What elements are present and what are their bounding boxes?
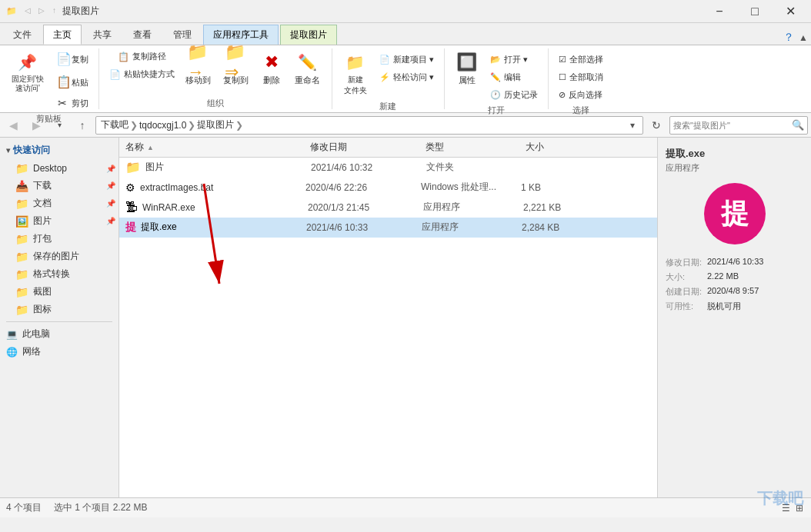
folder-icon: 📁 (15, 251, 28, 263)
file-size: 2,221 KB (523, 202, 585, 213)
file-row-extract[interactable]: 提 提取.exe 2021/4/6 10:33 应用程序 2,284 KB (119, 218, 657, 238)
select-all-button[interactable]: ☑ 全部选择 (555, 52, 607, 68)
address-path[interactable]: 下载吧 ❯ tqdocxgj1.0 ❯ 提取图片 ❯ ▾ (95, 116, 643, 135)
paste-icon: 📋 (56, 74, 72, 89)
open-button[interactable]: 📂 打开 ▾ (486, 52, 542, 68)
move-to-button[interactable]: 📁→ 移动到 (180, 48, 216, 89)
organize-label: 组织 (105, 96, 325, 109)
sidebar-item-label: 打包 (33, 232, 52, 245)
quick-access-header[interactable]: ▾ 快速访问 (0, 141, 118, 160)
download-icon: 📥 (15, 180, 28, 192)
pin-icon: 📌 (106, 181, 115, 190)
watermark: 下载吧 (757, 488, 803, 509)
file-row-winrar[interactable]: 🗜 WinRAR.exe 2020/1/3 21:45 应用程序 2,221 K… (119, 198, 657, 218)
edit-icon: ✏️ (490, 72, 501, 82)
file-row-bat[interactable]: ⚙ extractImages.bat 2020/4/6 22:26 Windo… (119, 178, 657, 198)
status-bar: 4 个项目 选中 1 个项目 2.22 MB ☰ ⊞ (0, 497, 811, 517)
tab-share[interactable]: 共享 (83, 25, 122, 45)
col-header-name[interactable]: 名称 ▲ (125, 141, 310, 154)
tab-home[interactable]: 主页 (43, 25, 82, 45)
copy-button[interactable]: 📄 复制 (52, 48, 92, 70)
path-item-3[interactable]: 提取图片 (197, 118, 234, 131)
folder-icon: 📁 (15, 304, 28, 316)
window-title: 提取图片 (62, 5, 99, 18)
copy-path-button[interactable]: 📋 复制路径 (114, 48, 170, 65)
col-header-type[interactable]: 类型 (426, 141, 526, 154)
path-item-1[interactable]: 下载吧 (101, 118, 128, 131)
new-item-button[interactable]: 📄 新建项目 ▾ (375, 52, 438, 68)
ribbon-group-organize: 📋 复制路径 📄 粘贴快捷方式 📁→ 移动到 📁⇒ 复制到 (99, 48, 332, 109)
history-icon: 🕐 (490, 90, 501, 100)
file-size: 2,284 KB (522, 222, 583, 233)
address-bar: ◀ ▶ ▾ ↑ 下载吧 ❯ tqdocxgj1.0 ❯ 提取图片 ❯ ▾ ↻ 🔍 (0, 113, 811, 138)
tab-view[interactable]: 查看 (123, 25, 162, 45)
pin-icon: 📌 (106, 217, 115, 225)
sidebar-item-documents[interactable]: 📁 文档 📌 (0, 195, 118, 212)
window-controls: − □ ✕ (702, 0, 808, 23)
minimize-button[interactable]: − (702, 0, 737, 23)
sidebar-item-label: Desktop (33, 163, 67, 174)
ribbon: 文件 主页 共享 查看 管理 应用程序工具 提取图片 ？ ▲ 📌 固定到'快速访… (0, 23, 811, 113)
col-header-date[interactable]: 修改日期 (310, 141, 426, 154)
col-header-size[interactable]: 大小 (526, 141, 587, 154)
refresh-button[interactable]: ↻ (646, 116, 666, 135)
sidebar-item-pack[interactable]: 📁 打包 (0, 230, 118, 248)
preview-info-availability: 可用性: 脱机可用 (666, 301, 803, 312)
path-dropdown[interactable]: ▾ (627, 120, 638, 131)
edit-button[interactable]: ✏️ 编辑 (486, 69, 542, 85)
sidebar-item-icons[interactable]: 📁 图标 (0, 301, 118, 318)
path-item-2[interactable]: tqdocxgj1.0 (139, 120, 186, 131)
cut-button[interactable]: ✂ 剪切 (52, 95, 92, 111)
paste-shortcut-button[interactable]: 📄 粘贴快捷方式 (105, 66, 179, 82)
ribbon-group-select: ☑ 全部选择 ☐ 全部取消 ⊘ 反向选择 选择 (549, 48, 613, 109)
new-folder-button[interactable]: 📁 新建文件夹 (339, 48, 372, 99)
sidebar-item-label: 下载 (33, 179, 52, 192)
rename-button[interactable]: ✏️ 重命名 (289, 48, 325, 89)
back-button[interactable]: ◀ (3, 115, 23, 135)
undo-icon: ◁ (22, 5, 34, 18)
open-label: 打开 (451, 103, 542, 116)
search-input[interactable] (673, 121, 792, 130)
pin-to-quickaccess-button[interactable]: 📌 固定到'快速访问' (6, 48, 49, 96)
sidebar-item-network[interactable]: 🌐 网络 (0, 343, 118, 361)
sidebar-item-download[interactable]: 📥 下载 📌 (0, 177, 118, 195)
tab-extract[interactable]: 提取图片 (280, 25, 337, 45)
easy-access-button[interactable]: ⚡ 轻松访问 ▾ (375, 69, 438, 85)
sidebar-item-label: 文档 (33, 197, 52, 210)
pictures-icon: 🖼️ (15, 215, 28, 228)
folder-icon: 📁 (15, 198, 28, 210)
sidebar-item-screenshot[interactable]: 📁 截图 (0, 283, 118, 301)
forward-button[interactable]: ▶ (26, 115, 46, 135)
preview-filetype: 应用程序 (666, 162, 803, 174)
collapse-icon[interactable]: ▲ (794, 32, 808, 43)
folder-icon: 📁 (15, 286, 28, 298)
history-button[interactable]: 🕐 历史记录 (486, 87, 542, 103)
copy-to-button[interactable]: 📁⇒ 复制到 (218, 48, 254, 89)
invert-select-button[interactable]: ⊘ 反向选择 (555, 87, 607, 103)
new-label: 新建 (339, 99, 438, 112)
sidebar-item-desktop[interactable]: 📁 Desktop 📌 (0, 160, 118, 177)
file-row-folder[interactable]: 📁 图片 2021/4/6 10:32 文件夹 (119, 158, 657, 178)
properties-button[interactable]: 🔲 属性 (451, 48, 483, 89)
file-date: 2020/4/6 22:26 (305, 182, 421, 193)
recent-button[interactable]: ▾ (49, 115, 69, 135)
preview-info-created: 创建日期: 2020/4/8 9:57 (666, 286, 803, 298)
paste-button[interactable]: 📋 粘贴 (52, 71, 92, 93)
sidebar-item-this-pc[interactable]: 💻 此电脑 (0, 325, 118, 343)
item-count: 4 个项目 (6, 501, 42, 514)
sidebar-item-saved-pictures[interactable]: 📁 保存的图片 (0, 248, 118, 265)
paste-shortcut-icon: 📄 (109, 69, 121, 80)
deselect-all-button[interactable]: ☐ 全部取消 (555, 69, 607, 85)
delete-button[interactable]: ✖ 删除 (255, 48, 288, 89)
folder-icon: 📁 (15, 162, 28, 175)
up-button[interactable]: ↑ (72, 115, 92, 135)
sidebar-item-pictures[interactable]: 🖼️ 图片 📌 (0, 212, 118, 230)
close-button[interactable]: ✕ (773, 0, 808, 23)
preview-info: 修改日期: 2021/4/6 10:33 大小: 2.22 MB 创建日期: 2… (666, 257, 803, 312)
maximize-button[interactable]: □ (737, 0, 773, 23)
search-box[interactable]: 🔍 (669, 116, 808, 135)
help-icon[interactable]: ？ (783, 31, 794, 45)
sidebar-item-format[interactable]: 📁 格式转换 (0, 265, 118, 283)
tab-file[interactable]: 文件 (3, 25, 42, 45)
winrar-icon: 🗜 (125, 201, 138, 214)
